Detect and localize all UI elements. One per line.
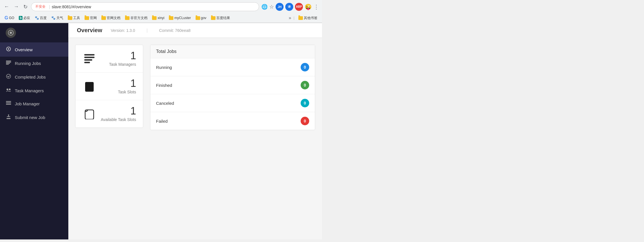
svg-point-3: [8, 48, 9, 50]
bookmark-baidu-label: 百度: [40, 16, 47, 20]
back-button[interactable]: ←: [3, 3, 10, 11]
bookmarks-divider: |: [294, 16, 294, 20]
available-slots-icon: [82, 108, 97, 119]
svg-rect-7: [6, 64, 9, 65]
dashboard-content: 1 Task Managers 1: [68, 38, 322, 137]
svg-point-8: [7, 74, 11, 79]
svg-rect-4: [6, 61, 11, 61]
job-manager-icon: [6, 101, 11, 106]
task-slots-icon: [82, 81, 97, 92]
folder-icon: [85, 16, 89, 20]
sidebar-item-completed-jobs[interactable]: Completed Jobs: [0, 70, 68, 84]
task-slots-value: 1 Task Slots: [97, 78, 136, 94]
task-slots-number: 1: [97, 78, 136, 89]
svg-rect-13: [6, 104, 11, 105]
sidebar-item-submit-job[interactable]: Submit new Job: [0, 110, 68, 124]
bookmarks-more-button[interactable]: »: [289, 15, 291, 20]
stats-section: 1 Task Managers 1: [75, 45, 143, 130]
address-bar[interactable]: 不安全 | slave:8081/#/overview: [31, 2, 259, 11]
submit-job-icon: [6, 114, 11, 120]
avatar-emoji[interactable]: 😜: [305, 3, 312, 10]
bookmark-official[interactable]: 官网: [83, 15, 99, 21]
bar-3: [84, 59, 92, 61]
sidebar: Overview Running Jobs: [0, 23, 68, 239]
bookmark-bing[interactable]: b 必应: [17, 15, 32, 21]
sidebar-item-task-managers-label: Task Managers: [15, 88, 44, 93]
folder-icon: [211, 16, 216, 20]
sidebar-item-job-manager[interactable]: Job Manager: [0, 97, 68, 110]
bookmark-tools[interactable]: 工具: [66, 15, 82, 21]
sidebar-navigation: Overview Running Jobs: [0, 42, 68, 239]
sidebar-item-job-manager-label: Job Manager: [15, 101, 40, 106]
reload-button[interactable]: ↻: [22, 3, 29, 11]
running-jobs-row: Running 0: [150, 58, 315, 76]
overview-icon: [6, 46, 11, 53]
bookmark-official-docs-label: 官网文档: [107, 16, 120, 20]
canceled-badge: 0: [301, 99, 309, 107]
secure-info: 不安全: [35, 4, 46, 9]
bookmark-mycluster[interactable]: myCLuster: [167, 15, 192, 21]
meta-separator: |: [147, 28, 148, 33]
more-button[interactable]: ⋮: [313, 3, 319, 10]
canceled-jobs-row: Canceled 0: [150, 94, 315, 112]
bookmark-weather[interactable]: 🐾 天气: [50, 15, 65, 21]
app-logo-icon: [6, 28, 16, 38]
bookmarks-bar: G GO b 必应 🐾 百度 🐾 天气 工具 官网 官网文档 非官方: [0, 13, 322, 23]
folder-icon: [169, 16, 173, 20]
failed-label: Failed: [156, 119, 301, 124]
bookmark-official-docs[interactable]: 官网文档: [100, 15, 122, 21]
avatar-translate[interactable]: 译: [285, 3, 293, 11]
commit-label: Commit: 760eea8: [159, 28, 191, 33]
svg-rect-12: [6, 102, 11, 103]
bookmark-baidu-results-label: 百度结果: [216, 16, 230, 20]
bookmark-xinyi[interactable]: xinyi: [150, 15, 166, 21]
bookmark-gov-label: gov: [201, 16, 206, 20]
folder-icon: [68, 16, 72, 20]
svg-rect-6: [6, 63, 10, 64]
task-managers-label: Task Managers: [97, 62, 136, 67]
canceled-label: Canceled: [156, 101, 301, 106]
star-button[interactable]: ☆: [269, 4, 274, 10]
bar-4: [84, 62, 90, 63]
bookmark-gov[interactable]: gov: [194, 15, 208, 21]
sidebar-item-submit-job-label: Submit new Job: [15, 115, 45, 120]
sidebar-item-completed-jobs-label: Completed Jobs: [15, 75, 46, 79]
folder-icon: [196, 16, 200, 20]
content-area: Overview Version: 1.3.0 | Commit: 760eea…: [68, 23, 322, 239]
forward-button[interactable]: →: [13, 3, 20, 11]
svg-rect-15: [7, 118, 11, 119]
translate-button[interactable]: 🌐: [261, 4, 268, 10]
task-managers-icon: [6, 88, 11, 93]
url-separator: |: [49, 5, 50, 9]
svg-rect-11: [6, 101, 11, 102]
task-slots-label: Task Slots: [97, 90, 136, 94]
toolbar-actions: 🌐 ☆ JH 译 ABP 😜 ⋮: [261, 3, 319, 11]
other-bookmarks-label: 其他书签: [304, 16, 317, 20]
running-jobs-icon: [6, 61, 11, 66]
avatar-abp[interactable]: ABP: [295, 3, 303, 11]
available-slots-stat-row: 1 Available Task Slots: [75, 100, 143, 128]
folder-icon: [125, 16, 130, 20]
bookmark-go[interactable]: G GO: [3, 15, 16, 21]
bookmark-official-label: 官网: [90, 16, 97, 20]
bookmark-tools-label: 工具: [73, 16, 80, 20]
bookmark-baidu[interactable]: 🐾 百度: [33, 15, 48, 21]
bookmark-bing-label: 必应: [23, 16, 30, 20]
other-bookmarks[interactable]: 其他书签: [297, 15, 319, 21]
weather-icon: 🐾: [51, 16, 56, 20]
google-icon: G: [5, 15, 8, 20]
browser-chrome: ← → ↻ 不安全 | slave:8081/#/overview 🌐 ☆ JH…: [0, 0, 322, 23]
bookmark-mycluster-label: myCLuster: [174, 16, 191, 20]
page-header: Overview Version: 1.3.0 | Commit: 760eea…: [68, 23, 322, 38]
avatar-jh[interactable]: JH: [276, 3, 284, 11]
bookmark-baidu-results[interactable]: 百度结果: [209, 15, 232, 21]
job-summary-section: Total Jobs Running 0 Finished 0 Canceled…: [150, 45, 315, 130]
bookmark-unofficial-docs[interactable]: 非官方文档: [123, 15, 149, 21]
bookmark-go-label: GO: [9, 16, 14, 20]
summary-card: Total Jobs Running 0 Finished 0 Canceled…: [150, 45, 315, 130]
sidebar-item-task-managers[interactable]: Task Managers: [0, 84, 68, 97]
sidebar-item-overview[interactable]: Overview: [0, 42, 68, 57]
stats-card: 1 Task Managers 1: [75, 45, 143, 128]
bookmark-xinyi-label: xinyi: [157, 16, 164, 20]
sidebar-item-running-jobs[interactable]: Running Jobs: [0, 57, 68, 70]
